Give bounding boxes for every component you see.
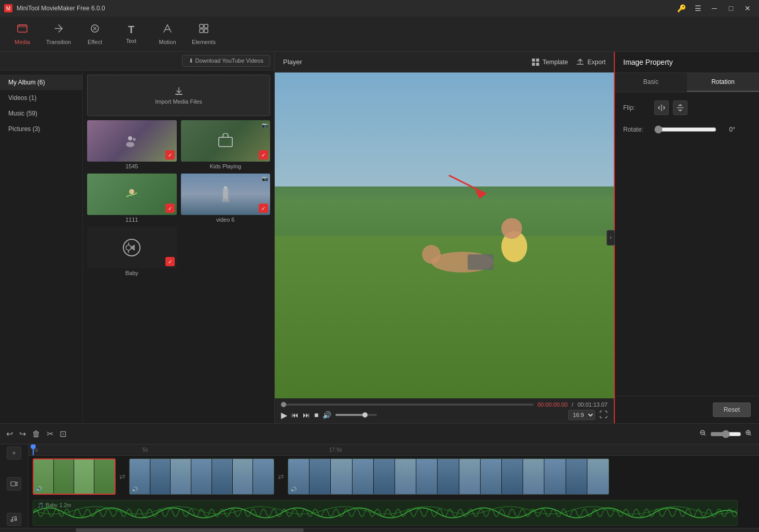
progress-bar[interactable]: [281, 404, 533, 406]
toolbar-effect-label: Effect: [88, 39, 102, 45]
svg-rect-20: [532, 63, 535, 66]
media-label-1111: 1111: [87, 217, 177, 223]
toolbar-text[interactable]: T Text: [113, 19, 149, 50]
properties-header: Image Property: [615, 52, 759, 73]
media-icon: [17, 23, 28, 37]
time-total: 00:01:13.07: [578, 401, 608, 408]
media-thumb-video6: ✓ 📷: [181, 174, 271, 215]
svg-rect-5: [200, 29, 203, 33]
timeline-tracks: 0s 5s 17.9s: [29, 444, 759, 528]
maximize-btn[interactable]: □: [724, 2, 738, 15]
volume-fill: [335, 414, 364, 416]
svg-point-17: [126, 245, 131, 250]
toolbar-media[interactable]: Media: [4, 19, 40, 50]
aspect-ratio-select[interactable]: 16:9 9:16 1:1 4:3: [568, 410, 595, 420]
toolbar-transition[interactable]: Transition: [40, 19, 77, 50]
tab-basic[interactable]: Basic: [615, 73, 687, 92]
reset-row: Reset: [615, 396, 759, 423]
media-item-1545[interactable]: ✓ 1545: [87, 120, 177, 169]
prev-frame-btn[interactable]: ⏮: [291, 411, 299, 419]
audio-track-size: 1.2m: [60, 502, 71, 508]
next-frame-btn[interactable]: ⏭: [303, 411, 310, 419]
download-youtube-btn[interactable]: ⬇ Download YouTube Videos: [182, 55, 270, 67]
svg-rect-13: [224, 186, 227, 189]
audio-track-btn[interactable]: [7, 513, 21, 526]
zoom-slider[interactable]: [710, 430, 741, 438]
svg-rect-18: [532, 59, 535, 62]
flip-vertical-btn[interactable]: [673, 100, 687, 115]
rotate-controls: 0°: [654, 125, 735, 134]
sidebar-item-music[interactable]: Music (59): [0, 106, 82, 121]
sidebar-item-album[interactable]: My Album (6): [0, 75, 82, 90]
video-track-btn[interactable]: [7, 477, 21, 490]
play-btn[interactable]: ▶: [281, 410, 287, 420]
export-btn[interactable]: Export: [576, 58, 606, 66]
cut-btn[interactable]: ✂: [47, 429, 53, 439]
toolbar-elements[interactable]: Elements: [186, 19, 222, 50]
template-btn[interactable]: Template: [531, 58, 568, 66]
redo-btn[interactable]: ↪: [19, 429, 26, 439]
minimize-btn[interactable]: ─: [707, 2, 722, 15]
rotate-slider[interactable]: [654, 125, 716, 134]
stop-btn[interactable]: ■: [314, 411, 318, 419]
svg-rect-19: [536, 59, 539, 62]
timeline-clip-3[interactable]: 🔊: [288, 458, 609, 495]
sidebar-item-pictures[interactable]: Pictures (3): [0, 121, 82, 137]
tab-rotation[interactable]: Rotation: [687, 73, 759, 92]
svg-rect-3: [200, 24, 203, 28]
zoom-in-btn[interactable]: [744, 429, 753, 439]
collapse-panel-btn[interactable]: ›: [607, 230, 615, 246]
svg-rect-7: [175, 94, 182, 95]
audio-track-music-icon: 🎵: [37, 502, 44, 508]
delete-btn[interactable]: 🗑: [32, 429, 40, 439]
sidebar: My Album (6) Videos (1) Music (59) Pictu…: [0, 70, 83, 423]
svg-rect-21: [536, 63, 539, 66]
audio-track-label: Baby: [46, 502, 58, 508]
timeline-ruler: 0s 5s 17.9s: [29, 444, 759, 456]
control-buttons: ▶ ⏮ ⏭ ■ 🔊 16:9 9:16 1:1 4:3 ⛶: [281, 410, 608, 420]
media-grid-items: ✓ 1545 ✓ 📷 Kids Playing: [87, 120, 270, 276]
sidebar-item-videos[interactable]: Videos (1): [0, 90, 82, 106]
app-title: MiniTool MovieMaker Free 6.0.0: [17, 5, 105, 12]
timeline-clip-2[interactable]: 🔊: [129, 458, 274, 495]
titlebar-controls: 🔑 ☰ ─ □ ✕: [674, 2, 755, 15]
import-media-btn[interactable]: Import Media Files: [87, 75, 270, 116]
toolbar-effect[interactable]: Effect: [77, 19, 113, 50]
timeline: ↩ ↪ 🗑 ✂ ⊡ ＋: [0, 423, 759, 532]
playhead[interactable]: [33, 444, 34, 455]
flip-label: Flip:: [623, 104, 654, 111]
transition-icon: [53, 23, 64, 37]
media-item-kids[interactable]: ✓ 📷 Kids Playing: [181, 120, 271, 169]
media-item-baby[interactable]: ✓ Baby: [87, 227, 177, 276]
fullscreen-btn[interactable]: ⛶: [599, 410, 608, 420]
toolbar-motion-label: Motion: [159, 39, 176, 45]
zoom-out-btn[interactable]: [699, 429, 707, 439]
media-check-1545: ✓: [165, 150, 175, 160]
toolbar-text-label: Text: [126, 38, 136, 44]
media-item-video6[interactable]: ✓ 📷 video 6: [181, 174, 271, 223]
aspect-controls: 16:9 9:16 1:1 4:3 ⛶: [568, 410, 608, 420]
add-media-track-btn[interactable]: ＋: [7, 447, 21, 459]
reset-btn[interactable]: Reset: [713, 402, 751, 417]
svg-rect-32: [33, 500, 737, 525]
media-item-1111[interactable]: ✓ 1111: [87, 174, 177, 223]
close-btn[interactable]: ✕: [740, 2, 755, 15]
svg-rect-6: [204, 29, 208, 33]
media-grid: Import Media Files ✓ 1545: [83, 70, 274, 423]
toolbar-motion[interactable]: Motion: [149, 19, 186, 50]
volume-slider[interactable]: [335, 414, 377, 416]
menu-btn[interactable]: ☰: [691, 2, 705, 15]
audio-clip-baby[interactable]: 🎵 Baby 1.2m: [33, 500, 738, 526]
timeline-scrollbar[interactable]: [0, 528, 759, 532]
scrollbar-thumb[interactable]: [76, 528, 303, 532]
time-current: 00:00:00.00: [538, 401, 568, 408]
svg-point-10: [133, 138, 136, 141]
timeline-clip-1[interactable]: 🔊: [33, 458, 116, 495]
volume-btn[interactable]: 🔊: [322, 411, 331, 419]
flip-horizontal-btn[interactable]: [654, 100, 669, 115]
crop-btn[interactable]: ⊡: [60, 429, 66, 439]
undo-btn[interactable]: ↩: [6, 429, 13, 439]
media-label-baby: Baby: [87, 270, 177, 276]
audio-track: 🎵 Baby 1.2m: [29, 497, 759, 528]
key-icon-btn[interactable]: 🔑: [674, 2, 688, 15]
